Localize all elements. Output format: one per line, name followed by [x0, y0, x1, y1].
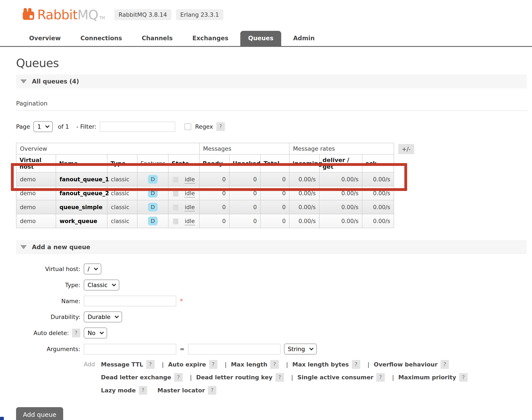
help-badge[interactable]: ?: [174, 373, 182, 382]
queue-name-link[interactable]: fanout_queue_2: [56, 186, 107, 200]
arg-link-message-ttl[interactable]: Message TTL: [101, 361, 143, 368]
queue-name-link[interactable]: work_queue: [56, 214, 107, 228]
tab-connections[interactable]: Connections: [73, 31, 130, 46]
state-mini-indicator: [173, 205, 178, 210]
help-badge[interactable]: ?: [209, 360, 217, 369]
cell-deliver-get: 0.00/s: [319, 186, 362, 200]
queues-table-wrap: Overview Messages Message rates Virtual …: [16, 143, 394, 228]
cell-total: 0: [260, 186, 289, 200]
col-type[interactable]: Type: [107, 154, 137, 172]
rabbitmq-logo[interactable]: RabbitMQTM: [21, 7, 105, 21]
tab-queues[interactable]: Queues: [240, 31, 281, 46]
col-ack[interactable]: ack: [362, 154, 394, 172]
arg-link-max-length-bytes[interactable]: Max length bytes: [292, 361, 349, 368]
argument-link-row: Lazy mode? Master locator?: [101, 386, 468, 395]
argument-value-input[interactable]: [188, 344, 281, 355]
argument-link-rows: Message TTL? Auto expire? Max length? Ma…: [101, 360, 468, 395]
col-virtual-host[interactable]: Virtual host: [16, 154, 56, 172]
virtual-host-select[interactable]: /: [84, 264, 101, 274]
filter-label: - Filter:: [76, 123, 96, 130]
arg-link-auto-expire[interactable]: Auto expire: [168, 361, 206, 368]
col-state[interactable]: State: [168, 154, 199, 172]
cell-ready: 0: [199, 186, 229, 200]
arg-link-overflow-behaviour[interactable]: Overflow behaviour: [374, 361, 438, 368]
argument-type-select[interactable]: String: [284, 344, 317, 355]
argument-key-input[interactable]: [84, 344, 176, 355]
help-badge[interactable]: ?: [441, 360, 449, 369]
cell-state: idle: [168, 172, 199, 186]
auto-delete-help-badge[interactable]: ?: [72, 329, 80, 337]
queue-name-link[interactable]: queue_simple: [56, 200, 107, 214]
tab-admin[interactable]: Admin: [286, 31, 322, 46]
cell-ready: 0: [199, 200, 229, 214]
cell-type: classic: [107, 214, 137, 228]
cell-ack: 0.00/s: [362, 200, 394, 214]
arg-link-dead-letter-exchange[interactable]: Dead letter exchange: [101, 374, 171, 381]
cell-incoming: 0.00/s: [289, 172, 319, 186]
help-badge[interactable]: ?: [208, 386, 216, 395]
help-badge[interactable]: ?: [275, 373, 284, 382]
durable-feature-badge: D: [148, 203, 158, 211]
cell-features: D: [137, 172, 168, 186]
type-label: Type:: [16, 282, 80, 288]
col-ready[interactable]: Ready: [199, 154, 229, 172]
arg-link-master-locator[interactable]: Master locator: [157, 387, 205, 394]
filter-input[interactable]: [100, 121, 175, 132]
col-incoming[interactable]: incoming: [289, 154, 319, 172]
help-badge[interactable]: ?: [352, 360, 360, 369]
cell-type: classic: [107, 200, 137, 214]
cell-features: D: [137, 186, 168, 200]
page-select[interactable]: 1: [33, 121, 53, 132]
help-badge[interactable]: ?: [139, 386, 147, 395]
collapse-triangle-icon: [20, 245, 27, 249]
regex-help-badge[interactable]: ?: [216, 122, 225, 131]
add-queue-button[interactable]: Add queue: [16, 407, 63, 420]
cell-ack: 0.00/s: [362, 172, 394, 186]
cell-unacked: 0: [229, 186, 260, 200]
cell-vhost: demo: [16, 214, 56, 228]
table-column-header-row: Virtual host Name Type Features State Re…: [16, 154, 394, 172]
col-name[interactable]: Name: [56, 154, 107, 172]
arg-link-dead-letter-routing-key[interactable]: Dead letter routing key: [196, 374, 273, 381]
cell-state: idle: [168, 214, 199, 228]
table-row: demo queue_simple classic D idle 0 0 0 0…: [16, 200, 394, 214]
rabbit-icon: [21, 7, 36, 21]
cell-features: D: [137, 214, 168, 228]
col-unacked[interactable]: Unacked: [229, 154, 260, 172]
col-total[interactable]: Total: [260, 154, 289, 172]
cell-type: classic: [107, 186, 137, 200]
help-badge[interactable]: ?: [459, 373, 468, 382]
arg-link-single-active-consumer[interactable]: Single active consumer: [298, 374, 374, 381]
arg-link-maximum-priority[interactable]: Maximum priority: [398, 374, 456, 381]
queue-name-link[interactable]: fanout_queue_1: [56, 172, 107, 186]
cell-unacked: 0: [229, 172, 260, 186]
cell-vhost: demo: [16, 200, 56, 214]
auto-delete-select[interactable]: No: [84, 328, 107, 338]
column-toggle-badge[interactable]: +/-: [398, 144, 414, 154]
durability-label: Durability:: [16, 314, 80, 320]
regex-checkbox[interactable]: [185, 123, 191, 130]
queue-name-input[interactable]: [84, 296, 176, 306]
arg-link-lazy-mode[interactable]: Lazy mode: [101, 387, 136, 394]
main-content: Queues All queues (4) Pagination Page 1 …: [0, 56, 532, 420]
rabbitmq-management-page: RabbitMQTM RabbitMQ 3.8.14 Erlang 23.3.1…: [0, 0, 532, 420]
arg-link-max-length[interactable]: Max length: [231, 361, 267, 368]
tab-overview[interactable]: Overview: [21, 31, 69, 46]
help-badge[interactable]: ?: [146, 360, 155, 369]
all-queues-section-header[interactable]: All queues (4): [16, 75, 527, 89]
group-messages: Messages: [199, 143, 289, 154]
page-label: Page: [16, 123, 30, 130]
help-badge[interactable]: ?: [376, 373, 385, 382]
add-queue-section-header[interactable]: Add a new queue: [16, 240, 527, 254]
col-deliver-get[interactable]: deliver / get: [319, 154, 362, 172]
cell-state: idle: [168, 200, 199, 214]
tab-exchanges[interactable]: Exchanges: [185, 31, 236, 46]
tab-channels[interactable]: Channels: [134, 31, 181, 46]
type-select[interactable]: Classic: [84, 280, 119, 290]
main-nav: Overview Connections Channels Exchanges …: [0, 31, 532, 47]
durability-select[interactable]: Durable: [84, 312, 122, 322]
help-badge[interactable]: ?: [270, 360, 279, 369]
cell-incoming: 0.00/s: [289, 200, 319, 214]
cell-ack: 0.00/s: [362, 214, 394, 228]
cell-incoming: 0.00/s: [289, 186, 319, 200]
